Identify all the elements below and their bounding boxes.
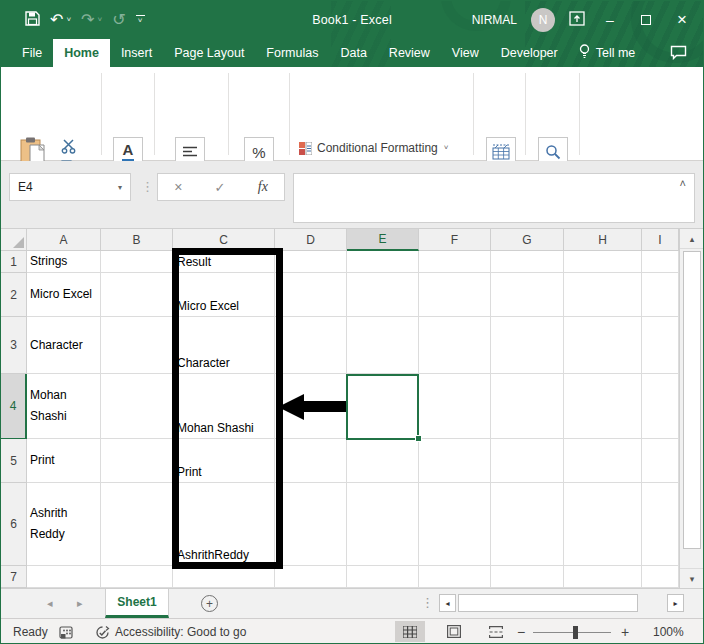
cut-icon[interactable] — [61, 139, 78, 158]
cell-D7[interactable] — [275, 566, 347, 588]
zoom-slider-track[interactable] — [533, 632, 611, 633]
collapse-formula-bar-icon[interactable]: ˄ — [680, 177, 686, 189]
cell-E2[interactable] — [347, 273, 419, 317]
cell-B4[interactable] — [101, 374, 173, 439]
cell-F7[interactable] — [419, 566, 491, 588]
cell-A7[interactable] — [27, 566, 101, 588]
cell-G1[interactable] — [491, 251, 564, 273]
cell-F2[interactable] — [419, 273, 491, 317]
cell-B1[interactable] — [101, 251, 173, 273]
cell-A3[interactable]: Character — [27, 317, 101, 374]
page-layout-view-button[interactable] — [439, 621, 469, 642]
conditional-formatting-button[interactable]: Conditional Formatting ˅ — [299, 141, 448, 155]
cell-G6[interactable] — [491, 483, 564, 566]
column-header-G[interactable]: G — [491, 229, 564, 251]
formula-bar-splitter-icon[interactable]: ⋮ — [141, 179, 154, 194]
cell-H7[interactable] — [564, 566, 642, 588]
row-header-6[interactable]: 6 — [1, 483, 27, 566]
zoom-level[interactable]: 100% — [653, 619, 684, 644]
sheet-tab-sheet1[interactable]: Sheet1 — [105, 589, 169, 618]
column-header-E[interactable]: E — [347, 229, 419, 251]
close-button[interactable]: × — [671, 8, 693, 32]
column-header-C[interactable]: C — [173, 229, 275, 251]
next-sheet-icon[interactable]: ▸ — [77, 597, 83, 610]
normal-view-button[interactable] — [395, 621, 425, 642]
column-header-H[interactable]: H — [564, 229, 642, 251]
cell-C7[interactable] — [173, 566, 275, 588]
comment-icon[interactable] — [670, 45, 687, 64]
cell-A5[interactable]: Print — [27, 439, 101, 483]
tab-view[interactable]: View — [441, 39, 490, 67]
enter-icon[interactable]: ✓ — [215, 180, 226, 195]
cell-D3[interactable] — [275, 317, 347, 374]
cell-D6[interactable] — [275, 483, 347, 566]
column-header-F[interactable]: F — [419, 229, 491, 251]
tab-data[interactable]: Data — [329, 39, 377, 67]
cell-C6[interactable]: AshrithReddy — [173, 483, 275, 566]
cell-I6[interactable] — [642, 483, 679, 566]
cell-G4[interactable] — [491, 374, 564, 439]
zoom-slider-thumb[interactable] — [573, 626, 578, 639]
cell-E6[interactable] — [347, 483, 419, 566]
maximize-button[interactable] — [635, 8, 657, 32]
row-header-4[interactable]: 4 — [1, 374, 27, 439]
cell-F6[interactable] — [419, 483, 491, 566]
cell-B7[interactable] — [101, 566, 173, 588]
cell-C5[interactable]: Print — [173, 439, 275, 483]
cell-I1[interactable] — [642, 251, 679, 273]
macro-record-icon[interactable] — [59, 619, 73, 644]
scroll-right-icon[interactable]: ▸ — [667, 594, 684, 612]
cell-F4[interactable] — [419, 374, 491, 439]
row-header-5[interactable]: 5 — [1, 439, 27, 483]
cell-C2[interactable]: Micro Excel — [173, 273, 275, 317]
row-header-2[interactable]: 2 — [1, 273, 27, 317]
name-box-dropdown-icon[interactable]: ▾ — [118, 183, 122, 192]
cell-G5[interactable] — [491, 439, 564, 483]
cell-C3[interactable]: Character — [173, 317, 275, 374]
cancel-icon[interactable]: × — [174, 179, 182, 195]
cell-H5[interactable] — [564, 439, 642, 483]
new-sheet-button[interactable]: + — [201, 595, 218, 612]
scroll-down-icon[interactable]: ▾ — [680, 568, 704, 588]
cell-F3[interactable] — [419, 317, 491, 374]
tab-developer[interactable]: Developer — [490, 39, 569, 67]
accessibility-status[interactable]: Accessibility: Good to go — [115, 619, 246, 644]
tab-scrollbar-splitter-icon[interactable]: ⋮ — [421, 595, 434, 610]
minimize-button[interactable]: – — [599, 8, 621, 32]
cell-G2[interactable] — [491, 273, 564, 317]
ribbon-display-options-icon[interactable] — [569, 11, 585, 30]
cell-A6[interactable]: Ashrith Reddy — [27, 483, 101, 566]
accessibility-icon[interactable] — [95, 619, 110, 644]
cell-H4[interactable] — [564, 374, 642, 439]
tab-home[interactable]: Home — [53, 39, 110, 67]
tab-formulas[interactable]: Formulas — [255, 39, 329, 67]
cell-G7[interactable] — [491, 566, 564, 588]
row-header-1[interactable]: 1 — [1, 251, 27, 273]
column-header-B[interactable]: B — [101, 229, 173, 251]
formula-input[interactable]: ˄ — [293, 173, 695, 223]
cell-D1[interactable] — [275, 251, 347, 273]
cell-F5[interactable] — [419, 439, 491, 483]
cell-I5[interactable] — [642, 439, 679, 483]
cell-E7[interactable] — [347, 566, 419, 588]
select-all-corner[interactable] — [1, 229, 27, 251]
cell-H3[interactable] — [564, 317, 642, 374]
tell-me[interactable]: Tell me — [569, 39, 646, 67]
tab-insert[interactable]: Insert — [110, 39, 163, 67]
vertical-scrollbar[interactable]: ▴ ▾ — [679, 229, 704, 588]
cell-E1[interactable] — [347, 251, 419, 273]
scroll-left-icon[interactable]: ◂ — [439, 594, 456, 612]
user-name[interactable]: NIRMAL — [472, 13, 517, 27]
cell-C4[interactable]: Mohan Shashi — [173, 374, 275, 439]
scroll-up-icon[interactable]: ▴ — [680, 229, 704, 249]
fill-handle[interactable] — [415, 435, 422, 442]
zoom-out-icon[interactable]: − — [517, 619, 525, 644]
column-header-D[interactable]: D — [275, 229, 347, 251]
cell-A4[interactable]: Mohan Shashi — [27, 374, 101, 439]
cell-E3[interactable] — [347, 317, 419, 374]
cell-I4[interactable] — [642, 374, 679, 439]
avatar[interactable]: N — [531, 8, 555, 32]
cell-E5[interactable] — [347, 439, 419, 483]
cell-B2[interactable] — [101, 273, 173, 317]
cell-B3[interactable] — [101, 317, 173, 374]
